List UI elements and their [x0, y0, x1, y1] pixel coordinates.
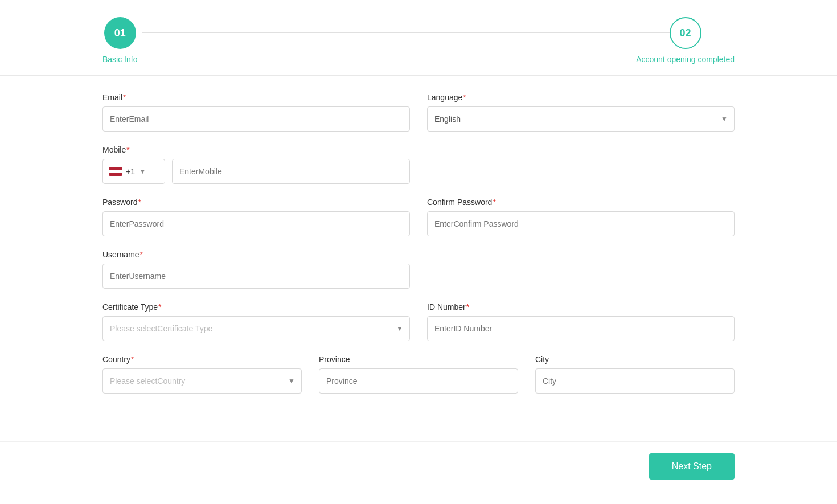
row-email-language: Email* Language* English Chinese Spanish…	[102, 93, 735, 132]
step-2-circle: 02	[670, 17, 701, 49]
step-1-number: 01	[114, 27, 126, 39]
mobile-input-wrapper	[172, 159, 410, 184]
row-password: Password* Confirm Password*	[102, 198, 735, 236]
city-input[interactable]	[535, 368, 735, 394]
mobile-prefix-chevron-icon: ▼	[140, 168, 146, 175]
country-select-wrapper: Please selectCountry United States China…	[102, 368, 302, 394]
city-label: City	[535, 355, 735, 364]
city-group: City	[535, 355, 735, 394]
email-group: Email*	[102, 93, 410, 132]
mobile-prefix-selector[interactable]: +1 ▼	[102, 159, 165, 184]
id-number-input[interactable]	[427, 316, 735, 341]
language-select[interactable]: English Chinese Spanish French	[427, 106, 735, 132]
us-flag-icon	[109, 167, 122, 176]
step-1: 01 Basic Info	[102, 17, 137, 64]
province-label: Province	[319, 355, 518, 364]
id-number-label: ID Number*	[427, 302, 735, 312]
step-1-circle: 01	[104, 17, 136, 49]
username-spacer	[427, 250, 735, 289]
username-group: Username*	[102, 250, 410, 289]
email-input[interactable]	[102, 106, 410, 132]
language-label: Language*	[427, 93, 735, 102]
confirm-password-input[interactable]	[427, 211, 735, 236]
username-input[interactable]	[102, 264, 410, 289]
certificate-type-select[interactable]: Please selectCertificate Type Passport I…	[102, 316, 410, 341]
mobile-row: +1 ▼	[102, 159, 410, 184]
username-label: Username*	[102, 250, 410, 259]
language-select-wrapper: English Chinese Spanish French ▼	[427, 106, 735, 132]
step-2: 02 Account opening completed	[636, 17, 735, 64]
certificate-type-group: Certificate Type* Please selectCertifica…	[102, 302, 410, 341]
certificate-type-label: Certificate Type*	[102, 302, 410, 312]
country-group: Country* Please selectCountry United Sta…	[102, 355, 302, 394]
country-select[interactable]: Please selectCountry United States China…	[102, 368, 302, 394]
id-number-group: ID Number*	[427, 302, 735, 341]
mobile-label: Mobile*	[102, 145, 410, 154]
form: Email* Language* English Chinese Spanish…	[0, 76, 837, 430]
step-2-label: Account opening completed	[636, 55, 735, 64]
row-mobile: Mobile* +1 ▼	[102, 145, 735, 184]
mobile-group: Mobile* +1 ▼	[102, 145, 410, 184]
row-username: Username*	[102, 250, 735, 289]
password-input[interactable]	[102, 211, 410, 236]
language-group: Language* English Chinese Spanish French…	[427, 93, 735, 132]
country-label: Country*	[102, 355, 302, 364]
step-1-label: Basic Info	[102, 55, 137, 64]
certificate-type-wrapper: Please selectCertificate Type Passport I…	[102, 316, 410, 341]
confirm-password-label: Confirm Password*	[427, 198, 735, 207]
confirm-password-group: Confirm Password*	[427, 198, 735, 236]
password-group: Password*	[102, 198, 410, 236]
mobile-spacer	[427, 145, 735, 184]
password-label: Password*	[102, 198, 410, 207]
step-2-number: 02	[680, 27, 691, 39]
province-input[interactable]	[319, 368, 518, 394]
next-step-button[interactable]: Next Step	[649, 453, 735, 480]
stepper: 01 Basic Info 02 Account opening complet…	[0, 0, 837, 76]
row-certificate-id: Certificate Type* Please selectCertifica…	[102, 302, 735, 341]
mobile-input[interactable]	[172, 159, 410, 184]
mobile-country-code: +1	[126, 167, 135, 176]
province-group: Province	[319, 355, 518, 394]
email-label: Email*	[102, 93, 410, 102]
row-location: Country* Please selectCountry United Sta…	[102, 355, 735, 394]
bottom-bar: Next Step	[0, 441, 837, 491]
